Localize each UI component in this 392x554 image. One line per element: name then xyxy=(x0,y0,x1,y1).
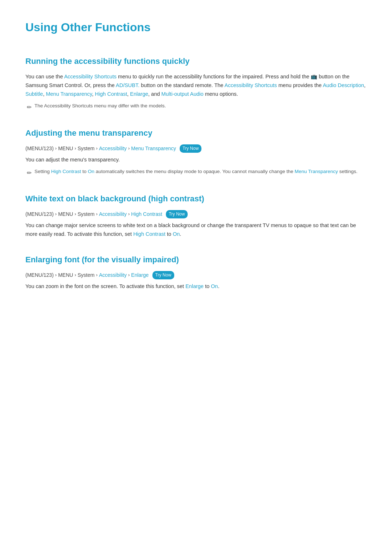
section-title-enlarging-font: Enlarging font (for the visually impaire… xyxy=(25,253,367,266)
bc-enlarge[interactable]: Enlarge xyxy=(131,271,148,279)
page-title: Using Other Functions xyxy=(25,18,367,40)
chevron-2d: › xyxy=(128,210,130,218)
chevron-3a: › xyxy=(55,271,57,279)
chevron-2a: › xyxy=(55,210,57,218)
chevron-3c: › xyxy=(96,271,97,279)
note-text-2: Setting High Contrast to On automaticall… xyxy=(34,168,358,176)
link-high-contrast-body[interactable]: High Contrast xyxy=(133,231,166,237)
link-accessibility-shortcuts-2[interactable]: Accessibility Shortcuts xyxy=(225,82,277,88)
link-on-body-2[interactable]: On xyxy=(173,231,180,237)
link-ad-subt[interactable]: AD/SUBT. xyxy=(116,82,139,88)
bc-accessibility-1[interactable]: Accessibility xyxy=(99,144,127,152)
note-icon-1: ✏ xyxy=(27,103,32,112)
breadcrumb-enlarging-font: (MENU/123) › MENU › System › Accessibili… xyxy=(25,271,367,279)
section-white-text-high-contrast: White text on black background (high con… xyxy=(25,192,367,239)
breadcrumb-white-text-high-contrast: (MENU/123) › MENU › System › Accessibili… xyxy=(25,210,367,218)
section-running-accessibility: Running the accessibility functions quic… xyxy=(25,55,367,112)
section-enlarging-font: Enlarging font (for the visually impaire… xyxy=(25,253,367,291)
link-high-contrast-note[interactable]: High Contrast xyxy=(51,169,81,174)
chevron-1c: › xyxy=(96,145,97,152)
bc-system-3: System xyxy=(78,271,95,279)
bc-menu123-3: (MENU/123) xyxy=(25,271,54,279)
section-title-adjusting-menu-transparency: Adjusting the menu transparency xyxy=(25,127,367,139)
note-running-accessibility: ✏ The Accessibility Shortcuts menu may d… xyxy=(27,102,367,112)
chevron-1d: › xyxy=(128,145,130,152)
chevron-1b: › xyxy=(74,145,76,152)
bc-system-1: System xyxy=(78,144,95,152)
link-enlarge-body[interactable]: Enlarge xyxy=(185,283,204,289)
try-now-button-2[interactable]: Try Now xyxy=(166,210,188,218)
try-now-button-1[interactable]: Try Now xyxy=(180,144,201,153)
section-title-running-accessibility: Running the accessibility functions quic… xyxy=(25,55,367,67)
link-on-body-3[interactable]: On xyxy=(211,283,218,289)
note-text-1: The Accessibility Shortcuts menu may dif… xyxy=(34,102,166,110)
breadcrumb-adjusting-menu-transparency: (MENU/123) › MENU › System › Accessibili… xyxy=(25,144,367,153)
icon-remote-button: 📺 xyxy=(311,74,317,79)
link-menu-transparency-note[interactable]: Menu Transparency xyxy=(295,169,338,174)
link-accessibility-shortcuts[interactable]: Accessibility Shortcuts xyxy=(64,74,117,79)
link-subtitle[interactable]: Subtitle xyxy=(25,91,43,97)
chevron-3b: › xyxy=(74,271,76,279)
bc-menu-2: MENU xyxy=(58,210,73,218)
link-menu-transparency[interactable]: Menu Transparency xyxy=(46,91,92,97)
bc-menu-1: MENU xyxy=(58,144,73,152)
chevron-2b: › xyxy=(74,210,76,218)
section-title-white-text-high-contrast: White text on black background (high con… xyxy=(25,192,367,205)
chevron-1a: › xyxy=(55,145,57,152)
bc-menu123-2: (MENU/123) xyxy=(25,210,54,218)
section-body-running-accessibility: You can use the Accessibility Shortcuts … xyxy=(25,73,367,99)
bc-accessibility-2[interactable]: Accessibility xyxy=(99,210,127,218)
bc-menu-3: MENU xyxy=(58,271,73,279)
note-adjusting-menu-transparency: ✏ Setting High Contrast to On automatica… xyxy=(27,168,367,178)
link-multi-output-audio[interactable]: Multi-output Audio xyxy=(162,91,204,97)
section-body-adjusting-menu-transparency: You can adjust the menu's transparency. xyxy=(25,156,367,164)
section-body-enlarging-font: You can zoom in the font on the screen. … xyxy=(25,282,367,291)
bc-menu-transparency[interactable]: Menu Transparency xyxy=(131,144,176,152)
link-on-note[interactable]: On xyxy=(88,169,94,174)
chevron-2c: › xyxy=(96,210,97,218)
chevron-3d: › xyxy=(128,271,130,279)
link-high-contrast[interactable]: High Contrast xyxy=(95,91,127,97)
try-now-button-3[interactable]: Try Now xyxy=(152,271,174,279)
section-body-white-text-high-contrast: You can change major service screens to … xyxy=(25,221,367,239)
link-enlarge[interactable]: Enlarge xyxy=(130,91,148,97)
section-adjusting-menu-transparency: Adjusting the menu transparency (MENU/12… xyxy=(25,127,367,178)
link-audio-description[interactable]: Audio Description xyxy=(323,82,364,88)
bc-high-contrast[interactable]: High Contrast xyxy=(131,210,162,218)
note-icon-2: ✏ xyxy=(27,168,32,178)
bc-accessibility-3[interactable]: Accessibility xyxy=(99,271,127,279)
bc-system-2: System xyxy=(78,210,95,218)
bc-menu123-1: (MENU/123) xyxy=(25,144,54,152)
